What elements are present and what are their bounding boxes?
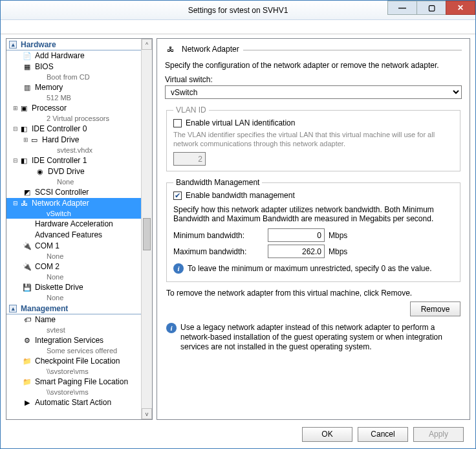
scroll-track[interactable] [142, 50, 152, 408]
expand-icon[interactable]: ⊞ [22, 135, 29, 145]
tree-name[interactable]: 🏷Name [6, 314, 141, 325]
bandwidth-enable-checkbox[interactable] [173, 192, 182, 200]
min-bandwidth-input[interactable] [268, 228, 325, 242]
tree-network-adapter[interactable]: ⊟🖧Network Adapter [6, 198, 141, 209]
panel-description: Specify the configuration of the network… [165, 61, 462, 70]
mbps-unit: Mbps [329, 231, 347, 240]
memory-icon: ▥ [22, 83, 32, 93]
bandwidth-enable-row[interactable]: Enable bandwidth management [173, 191, 453, 200]
vlan-enable-label: Enable virtual LAN identification [186, 118, 295, 127]
panel-title: Network Adapter [182, 45, 239, 54]
scsi-icon: ◩ [22, 188, 32, 198]
collapse-icon[interactable]: ⊟ [12, 124, 19, 134]
serial-port-icon: 🔌 [22, 241, 32, 252]
hardware-tree[interactable]: ▴Hardware 📄Add Hardware ▦BIOS Boot from … [6, 39, 141, 419]
tag-icon: 🏷 [22, 315, 32, 325]
tree-dvd-sub: None [6, 177, 141, 187]
vlan-enable-row[interactable]: Enable virtual LAN identification [173, 118, 453, 127]
folder-icon: 📁 [22, 356, 32, 367]
virtual-switch-select[interactable]: vSwitch [165, 85, 462, 99]
settings-window: Settings for svtest on SVHV1 — ▢ ✕ ▴Hard… [0, 0, 476, 449]
scroll-thumb[interactable] [143, 218, 151, 250]
bandwidth-enable-label: Enable bandwidth management [186, 191, 295, 200]
tree-smart-paging-sub: \\svstore\vms [6, 388, 141, 397]
folder-icon: 📁 [22, 377, 32, 388]
tree-com2[interactable]: 🔌COM 2 [6, 261, 141, 272]
start-action-icon: ▶ [22, 398, 32, 408]
floppy-icon: 💾 [22, 283, 32, 293]
tree-hw-accel[interactable]: Hardware Acceleration [6, 219, 141, 230]
tree-add-hardware[interactable]: 📄Add Hardware [6, 50, 141, 61]
tree-memory[interactable]: ▥Memory [6, 82, 141, 93]
vlan-id-input [173, 152, 206, 166]
remove-button[interactable]: Remove [410, 301, 460, 316]
tree-dvd[interactable]: ◉DVD Drive [6, 166, 141, 177]
scroll-down-button[interactable]: v [142, 408, 152, 419]
vlan-help-text: The VLAN identifier specifies the virtua… [173, 130, 453, 148]
controller-icon: ◧ [19, 156, 29, 166]
tree-integration[interactable]: ⚙Integration Services [6, 335, 141, 346]
tree-hard-drive[interactable]: ⊞▭Hard Drive [6, 135, 141, 146]
ok-button[interactable]: OK [302, 427, 352, 442]
info-icon: i [166, 323, 177, 333]
tree-scrollbar[interactable]: ^ v [141, 39, 152, 419]
toolbar-strip [1, 20, 475, 34]
network-icon: 🖧 [165, 44, 175, 54]
section-hardware[interactable]: ▴Hardware [6, 39, 141, 50]
dvd-icon: ◉ [35, 167, 45, 177]
tree-hard-drive-sub: svtest.vhdx [6, 146, 141, 155]
collapse-icon[interactable]: ⊟ [12, 199, 19, 208]
vlan-enable-checkbox[interactable] [173, 119, 182, 127]
hardware-tree-panel: ▴Hardware 📄Add Hardware ▦BIOS Boot from … [6, 38, 153, 420]
mbps-unit: Mbps [329, 247, 347, 256]
titlebar[interactable]: Settings for svtest on SVHV1 — ▢ ✕ [1, 1, 475, 20]
tree-scsi[interactable]: ◩SCSI Controller [6, 187, 141, 198]
tree-bios-sub: Boot from CD [6, 72, 141, 82]
close-button[interactable]: ✕ [446, 1, 475, 15]
dialog-footer: OK Cancel Apply [1, 420, 475, 448]
remove-description: To remove the network adapter from this … [166, 289, 462, 298]
bandwidth-info: To leave the minimum or maximum unrestri… [188, 264, 431, 273]
network-icon: 🖧 [19, 199, 29, 209]
chip-icon: ▦ [22, 62, 32, 72]
tree-processor[interactable]: ⊞▣Processor [6, 103, 141, 114]
section-management[interactable]: ▴Management [6, 303, 141, 314]
tree-com1[interactable]: 🔌COM 1 [6, 241, 141, 252]
tree-bios[interactable]: ▦BIOS [6, 61, 141, 72]
tree-ide1[interactable]: ⊟◧IDE Controller 1 [6, 155, 141, 166]
bandwidth-group: Bandwidth Management Enable bandwidth ma… [166, 178, 460, 282]
tree-com2-sub: None [6, 272, 141, 282]
tree-processor-sub: 2 Virtual processors [6, 114, 141, 124]
tree-ide0[interactable]: ⊟◧IDE Controller 0 [6, 124, 141, 135]
tree-checkpoint-sub: \\svstore\vms [6, 367, 141, 377]
tree-auto-start[interactable]: ▶Automatic Start Action [6, 397, 141, 408]
cancel-button[interactable]: Cancel [358, 427, 408, 442]
window-title: Settings for svtest on SVHV1 [188, 6, 288, 15]
vlan-group: VLAN ID Enable virtual LAN identificatio… [166, 105, 460, 171]
tree-memory-sub: 512 MB [6, 93, 141, 103]
tree-diskette-sub: None [6, 293, 141, 303]
minimize-button[interactable]: — [387, 1, 417, 15]
tree-com1-sub: None [6, 252, 141, 261]
controller-icon: ◧ [19, 124, 29, 135]
tree-diskette[interactable]: 💾Diskette Drive [6, 282, 141, 293]
max-bandwidth-input[interactable] [268, 245, 325, 258]
info-icon: i [173, 263, 184, 274]
virtual-switch-label: Virtual switch: [165, 75, 462, 84]
tree-checkpoint[interactable]: 📁Checkpoint File Location [6, 356, 141, 367]
tree-smart-paging[interactable]: 📁Smart Paging File Location [6, 377, 141, 388]
collapse-icon[interactable]: ⊟ [12, 156, 19, 166]
bandwidth-legend: Bandwidth Management [173, 178, 262, 187]
apply-button[interactable]: Apply [413, 427, 464, 442]
tree-adv-features[interactable]: Advanced Features [6, 230, 141, 241]
expand-icon[interactable]: ⊞ [12, 104, 19, 113]
legacy-adapter-info: Use a legacy network adapter instead of … [180, 323, 460, 352]
divider [243, 50, 462, 50]
max-bandwidth-label: Maximum bandwidth: [173, 247, 264, 256]
maximize-button[interactable]: ▢ [416, 1, 446, 15]
bandwidth-description: Specify how this network adapter utilize… [173, 205, 453, 223]
min-bandwidth-label: Minimum bandwidth: [173, 231, 264, 240]
serial-port-icon: 🔌 [22, 262, 32, 272]
scroll-up-button[interactable]: ^ [142, 39, 152, 50]
services-icon: ⚙ [22, 336, 32, 346]
